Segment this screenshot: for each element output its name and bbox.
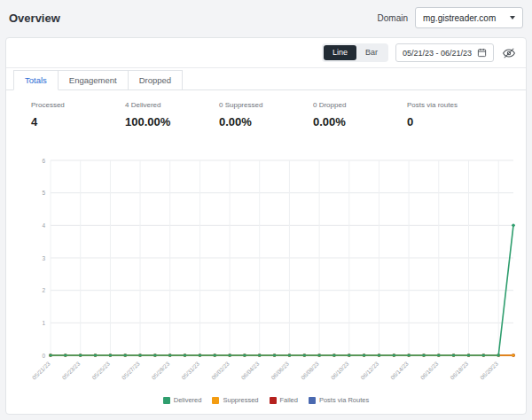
- svg-text:0: 0: [42, 353, 45, 359]
- svg-text:3: 3: [42, 255, 45, 261]
- svg-text:4: 4: [42, 222, 45, 229]
- page-title: Overview: [9, 12, 60, 25]
- svg-text:1: 1: [42, 320, 45, 326]
- legend-item-delivered: Delivered: [163, 396, 202, 404]
- svg-text:06/20/23: 06/20/23: [479, 360, 499, 380]
- domain-label: Domain: [378, 13, 408, 23]
- svg-text:06/02/23: 06/02/23: [210, 360, 231, 380]
- svg-text:2: 2: [42, 287, 45, 293]
- chart-legend: Delivered Suppressed Failed Posts via Ro…: [10, 396, 522, 404]
- date-range-value: 05/21/23 - 06/21/23: [403, 49, 472, 58]
- legend-label: Failed: [280, 396, 298, 404]
- svg-text:05/21/23: 05/21/23: [31, 360, 51, 380]
- stats-row: Processed 4 4 Delivered 100.00% 0 Suppre…: [6, 90, 526, 128]
- overview-card: Line Bar 05/21/23 - 06/21/23 Totals Enga…: [5, 37, 527, 415]
- legend-swatch-posts-via-routes: [309, 397, 316, 404]
- stat-label: 0 Dropped: [313, 101, 407, 109]
- legend-label: Delivered: [174, 396, 202, 404]
- legend-label: Posts via Routes: [319, 396, 369, 404]
- stat-label: Processed: [31, 101, 125, 109]
- tab-dropped[interactable]: Dropped: [129, 70, 183, 90]
- stat-delivered: 4 Delivered 100.00%: [125, 101, 219, 128]
- chart-area: 012345605/21/2305/23/2305/25/2305/27/230…: [6, 150, 526, 404]
- line-chart: 012345605/21/2305/23/2305/25/2305/27/230…: [10, 150, 527, 396]
- hide-chart-button[interactable]: [501, 45, 517, 61]
- svg-text:05/25/23: 05/25/23: [90, 360, 111, 380]
- eye-off-icon: [503, 47, 515, 59]
- svg-text:05/29/23: 05/29/23: [151, 360, 171, 380]
- svg-text:06/12/23: 06/12/23: [359, 360, 379, 380]
- stat-label: 0 Suppressed: [219, 101, 313, 109]
- stat-value: 100.00%: [125, 115, 219, 128]
- bar-toggle-button[interactable]: Bar: [356, 45, 387, 60]
- page-header: Overview Domain mg.gistreader.com: [0, 0, 532, 35]
- svg-text:06/16/23: 06/16/23: [419, 360, 440, 380]
- tab-engagement[interactable]: Engagement: [59, 70, 129, 90]
- stat-value: 4: [31, 115, 125, 128]
- svg-text:05/27/23: 05/27/23: [121, 360, 141, 380]
- stat-label: Posts via routes: [407, 101, 501, 109]
- tab-totals[interactable]: Totals: [13, 70, 59, 90]
- stat-posts-via-routes: Posts via routes 0: [407, 101, 501, 128]
- stat-value: 0: [407, 115, 501, 128]
- legend-item-suppressed: Suppressed: [212, 396, 258, 404]
- svg-text:06/14/23: 06/14/23: [389, 360, 410, 380]
- legend-item-posts-via-routes: Posts via Routes: [309, 396, 369, 404]
- svg-text:5: 5: [42, 190, 45, 196]
- svg-text:06/18/23: 06/18/23: [449, 360, 469, 380]
- svg-text:06/10/23: 06/10/23: [330, 360, 350, 380]
- line-toggle-button[interactable]: Line: [324, 45, 356, 60]
- tab-bar: Totals Engagement Dropped: [6, 68, 526, 90]
- svg-text:05/23/23: 05/23/23: [61, 360, 82, 380]
- stat-suppressed: 0 Suppressed 0.00%: [219, 101, 313, 128]
- svg-text:06/08/23: 06/08/23: [300, 360, 320, 380]
- domain-select[interactable]: mg.gistreader.com: [415, 7, 523, 28]
- chart-type-toggle: Line Bar: [322, 43, 388, 62]
- svg-text:05/31/23: 05/31/23: [180, 360, 200, 380]
- domain-select-value: mg.gistreader.com: [423, 13, 496, 23]
- svg-text:06/04/23: 06/04/23: [240, 360, 261, 380]
- legend-swatch-failed: [270, 397, 277, 404]
- calendar-icon: [477, 48, 487, 58]
- stat-value: 0.00%: [219, 115, 313, 128]
- stat-value: 0.00%: [313, 115, 407, 128]
- legend-item-failed: Failed: [270, 396, 298, 404]
- domain-selector: Domain mg.gistreader.com: [378, 7, 523, 28]
- stat-processed: Processed 4: [31, 101, 125, 128]
- legend-label: Suppressed: [223, 396, 258, 404]
- stat-dropped: 0 Dropped 0.00%: [313, 101, 407, 128]
- svg-text:06/06/23: 06/06/23: [270, 360, 290, 380]
- stat-label: 4 Delivered: [125, 101, 219, 109]
- chart-toolbar: Line Bar 05/21/23 - 06/21/23: [6, 38, 526, 68]
- svg-text:6: 6: [42, 158, 45, 164]
- legend-swatch-delivered: [163, 397, 170, 404]
- date-range-picker[interactable]: 05/21/23 - 06/21/23: [395, 43, 494, 62]
- chevron-down-icon: [510, 16, 515, 19]
- legend-swatch-suppressed: [212, 397, 219, 404]
